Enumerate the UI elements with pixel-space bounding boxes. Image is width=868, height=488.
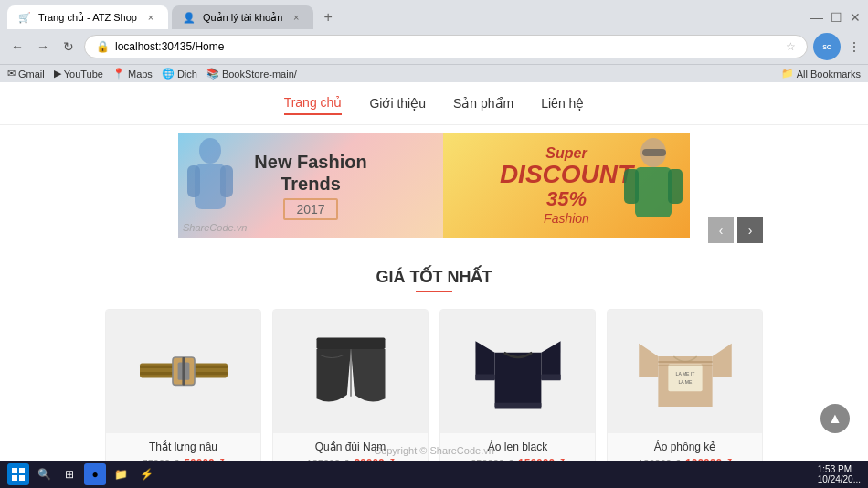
maps-icon: 📍: [112, 68, 125, 80]
svg-rect-7: [668, 169, 683, 204]
nav-arrows: ‹ ›: [708, 217, 763, 243]
browser-actions: SC ⋮: [813, 33, 861, 60]
hero-year: 2017: [283, 198, 337, 220]
nav-about[interactable]: Giới thiệu: [369, 92, 426, 114]
menu-button[interactable]: ⋮: [848, 39, 861, 54]
bookmarks-bar: ✉ Gmail ▶ YouTube 📍 Maps 🌐 Dich 📚 BookSt…: [0, 64, 868, 82]
tab2-label: Quản lý tài khoản: [203, 12, 282, 24]
svg-rect-6: [624, 169, 639, 204]
task-view-icon: ⊞: [65, 468, 74, 481]
bookmark-bookstore[interactable]: 📚 BookStore-main/: [206, 68, 297, 80]
svg-text:LA ME: LA ME: [678, 378, 693, 384]
tab-inactive[interactable]: 👤 Quản lý tài khoản ×: [172, 5, 313, 29]
nav-home[interactable]: Trang chủ: [284, 91, 343, 115]
all-bookmarks[interactable]: 📁 All Bookmarks: [781, 68, 861, 80]
svg-point-0: [199, 138, 221, 164]
product-card-belt[interactable]: Thắt lưng nâu 75000 đ 50000 đ: [105, 309, 261, 478]
sharecode-logo: SC: [813, 33, 841, 60]
title-bar: 🛒 Trang chủ - ATZ Shop × 👤 Quản lý tài k…: [0, 0, 868, 29]
folder-taskbar-icon: 📁: [114, 468, 128, 481]
hero-super: Super: [500, 145, 633, 162]
windows-icon: [12, 468, 25, 481]
navbar: Trang chủ Giới thiệu Sản phẩm Liên hệ: [0, 82, 868, 125]
hero-percent: 35%: [500, 187, 633, 211]
url-input[interactable]: [115, 40, 780, 53]
forward-button[interactable]: →: [33, 37, 53, 57]
back-button[interactable]: ←: [7, 37, 27, 57]
vscode-item[interactable]: ⚡: [135, 463, 157, 485]
search-taskbar-item[interactable]: 🔍: [33, 463, 55, 485]
tab-active[interactable]: 🛒 Trang chủ - ATZ Shop ×: [7, 5, 168, 29]
svg-rect-3: [220, 165, 233, 197]
next-arrow-button[interactable]: ›: [737, 217, 763, 243]
maximize-button[interactable]: ☐: [831, 10, 842, 25]
product-card-tshirt[interactable]: LA ME IT LA ME Áo phông kẻ 130000 đ 1000…: [607, 309, 763, 478]
section-title: GIÁ TỐT NHẤT: [376, 252, 492, 296]
product-card-shorts[interactable]: Quần đùi Nam 135000 đ 20000 đ: [272, 309, 429, 478]
hero-fashion: Fashion: [500, 211, 633, 226]
svg-text:LA ME IT: LA ME IT: [675, 371, 694, 377]
prev-arrow-button[interactable]: ‹: [708, 217, 734, 243]
taskbar-time: 1:53 PM 10/24/20...: [818, 464, 861, 484]
minimize-button[interactable]: —: [810, 10, 823, 25]
refresh-button[interactable]: ↻: [58, 37, 79, 57]
products-section: GIÁ TỐT NHẤT ‹ ›: [87, 245, 781, 487]
section-header: GIÁ TỐT NHẤT ‹ ›: [105, 245, 763, 300]
shorts-svg: [296, 326, 406, 418]
product-name-sweater: Áo len black: [448, 440, 587, 453]
svg-rect-19: [541, 374, 560, 380]
product-name-tshirt: Áo phông kẻ: [615, 440, 755, 453]
hero-right-text: Super DISCOUNT 35% Fashion: [500, 145, 633, 226]
svg-rect-8: [642, 149, 666, 156]
tab-favicon: 🛒: [18, 12, 31, 24]
chrome-icon: ●: [91, 468, 98, 481]
search-taskbar-icon: 🔍: [37, 468, 51, 481]
bookmark-youtube[interactable]: ▶ YouTube: [54, 68, 103, 80]
chrome-taskbar-item[interactable]: ●: [84, 463, 106, 485]
taskbar: 🔍 ⊞ ● 📁 ⚡ 1:53 PM 10/24/20...: [0, 461, 868, 488]
nav-contact[interactable]: Liên hệ: [541, 92, 584, 114]
product-image-tshirt: LA ME IT LA ME: [608, 310, 762, 433]
belt-svg: [129, 335, 238, 408]
bookmark-maps[interactable]: 📍 Maps: [112, 68, 153, 80]
star-icon: ☆: [786, 40, 796, 53]
back-to-top-button[interactable]: ▲: [820, 404, 850, 433]
taskbar-left: 🔍 ⊞ ● 📁 ⚡: [7, 463, 157, 485]
svg-rect-14: [182, 357, 185, 385]
svg-rect-18: [475, 374, 494, 380]
close-window-button[interactable]: ✕: [850, 10, 861, 25]
new-tab-button[interactable]: +: [317, 6, 339, 28]
youtube-icon: ▶: [54, 68, 61, 80]
nav-products[interactable]: Sản phẩm: [453, 92, 513, 114]
product-image-belt: [106, 310, 260, 433]
svg-rect-15: [316, 337, 385, 349]
bookstore-icon: 📚: [206, 68, 219, 80]
products-grid: Thắt lưng nâu 75000 đ 50000 đ: [105, 300, 763, 487]
tshirt-svg: LA ME IT LA ME: [630, 322, 740, 422]
tab-close-button[interactable]: ×: [144, 11, 157, 24]
start-button[interactable]: [7, 463, 29, 485]
product-name-shorts: Quần đùi Nam: [281, 440, 420, 453]
bookmark-dich[interactable]: 🌐 Dich: [162, 68, 197, 80]
product-card-sweater[interactable]: Áo len black 250000 đ 150000 đ: [439, 309, 596, 478]
tab2-favicon: 👤: [183, 12, 196, 24]
bookmark-gmail[interactable]: ✉ Gmail: [7, 68, 45, 80]
svg-rect-20: [668, 364, 702, 391]
website-content: Trang chủ Giới thiệu Sản phẩm Liên hệ Ne…: [0, 82, 868, 487]
address-bar[interactable]: 🔒 ☆: [84, 35, 808, 58]
svg-rect-5: [635, 167, 672, 217]
file-explorer-item[interactable]: 📁: [110, 463, 132, 485]
task-view-item[interactable]: ⊞: [58, 463, 80, 485]
svg-rect-28: [19, 475, 25, 481]
vscode-icon: ⚡: [140, 468, 153, 481]
hero-left-panel: New Fashion Trends 2017 ShareCode.vn: [178, 133, 443, 238]
svg-rect-25: [12, 468, 17, 473]
folder-icon: 📁: [781, 68, 794, 80]
tab-label: Trang chủ - ATZ Shop: [38, 12, 137, 24]
browser-controls: ← → ↻ 🔒 ☆ SC ⋮: [0, 29, 868, 64]
svg-rect-26: [19, 468, 25, 473]
hero-discount: DISCOUNT: [500, 162, 633, 187]
svg-rect-2: [187, 165, 200, 197]
tab2-close-button[interactable]: ×: [290, 11, 302, 24]
hero-right-panel: Super DISCOUNT 35% Fashion: [443, 133, 690, 238]
